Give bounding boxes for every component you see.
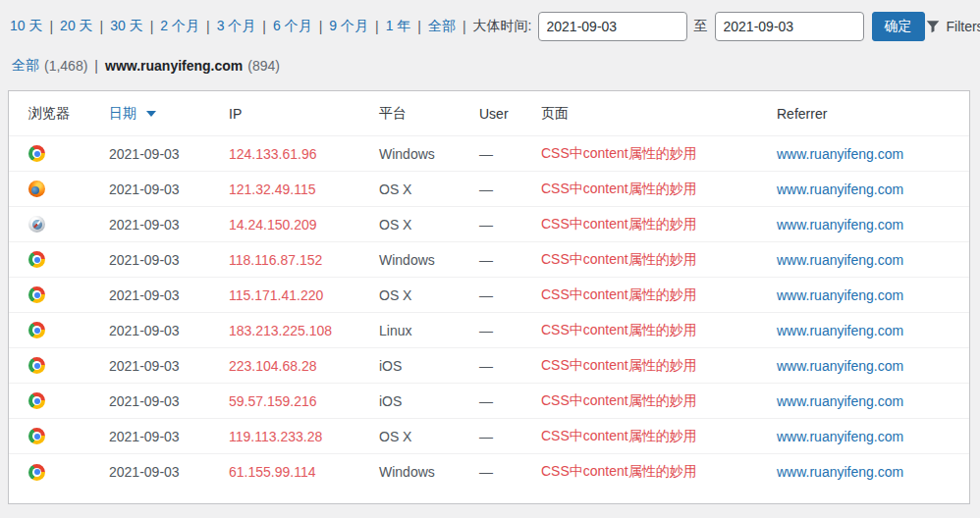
time-range-label: 大体时间: <box>473 18 532 35</box>
page-link[interactable]: CSS中content属性的妙用 <box>541 145 697 161</box>
card-bottom-padding <box>9 490 969 503</box>
ip-link[interactable]: 183.213.225.108 <box>229 323 332 338</box>
user-cell: — <box>479 146 541 162</box>
page-link[interactable]: CSS中content属性的妙用 <box>541 463 697 479</box>
page-link[interactable]: CSS中content属性的妙用 <box>541 251 697 267</box>
ip-link[interactable]: 223.104.68.28 <box>229 358 317 374</box>
referrer-link[interactable]: www.ruanyifeng.com <box>777 358 903 374</box>
user-cell: — <box>479 429 541 444</box>
visit-date: 2021-09-03 <box>109 358 229 374</box>
user-cell: — <box>479 393 541 409</box>
to-label: 至 <box>694 18 708 35</box>
ip-link[interactable]: 121.32.49.115 <box>229 181 316 197</box>
browser-cell <box>28 463 109 481</box>
range-link-3[interactable]: 30 天 <box>110 18 142 35</box>
divider: | <box>100 19 104 34</box>
filter-summary: 全部 (1,468) | www.ruanyifeng.com (894) <box>0 57 980 75</box>
divider: | <box>206 19 210 34</box>
range-link-1[interactable]: 10 天 <box>10 18 42 35</box>
confirm-button[interactable]: 确定 <box>872 12 925 41</box>
platform-cell: OS X <box>379 217 479 233</box>
referrer-link[interactable]: www.ruanyifeng.com <box>777 393 903 409</box>
column-header-user: User <box>479 106 541 122</box>
divider: | <box>319 19 323 34</box>
user-cell: — <box>479 217 541 233</box>
firefox-icon <box>28 181 45 197</box>
ip-link[interactable]: 119.113.233.28 <box>229 429 322 444</box>
filter-all-link[interactable]: 全部 <box>12 57 39 75</box>
platform-cell: OS X <box>379 181 479 197</box>
range-link-7[interactable]: 9 个月 <box>329 18 368 35</box>
platform-cell: Windows <box>379 146 479 162</box>
chrome-icon <box>28 357 45 374</box>
referrer-link[interactable]: www.ruanyifeng.com <box>777 146 903 162</box>
ip-link[interactable]: 118.116.87.152 <box>229 252 322 268</box>
visit-date: 2021-09-03 <box>109 393 229 409</box>
current-site-count: (894) <box>247 58 280 74</box>
table-row: 2021-09-03 121.32.49.115 OS X — CSS中cont… <box>9 172 969 207</box>
browser-cell <box>28 216 109 233</box>
current-site-filter: www.ruanyifeng.com <box>105 58 243 74</box>
visitors-table: 浏览器 日期 IP 平台 User 页面 Referrer 2021-09-03… <box>9 91 969 490</box>
divider: | <box>49 19 53 34</box>
range-link-8[interactable]: 1 年 <box>386 18 411 35</box>
referrer-link[interactable]: www.ruanyifeng.com <box>777 323 903 338</box>
column-header-page: 页面 <box>541 105 777 123</box>
referrer-link[interactable]: www.ruanyifeng.com <box>777 464 903 480</box>
platform-cell: Windows <box>379 464 479 480</box>
browser-cell <box>28 428 109 445</box>
chrome-icon <box>28 428 45 444</box>
funnel-icon <box>925 19 941 34</box>
chrome-icon <box>28 392 45 409</box>
filters-toggle[interactable]: Filters 1 <box>925 17 980 36</box>
browser-cell <box>28 357 109 375</box>
range-link-4[interactable]: 2 个月 <box>160 18 199 35</box>
visit-date: 2021-09-03 <box>109 287 229 303</box>
table-row: 2021-09-03 223.104.68.28 iOS — CSS中conte… <box>9 348 969 384</box>
platform-cell: iOS <box>379 393 479 409</box>
referrer-link[interactable]: www.ruanyifeng.com <box>777 429 903 444</box>
filter-all-count: (1,468) <box>44 58 87 74</box>
range-link-6[interactable]: 6 个月 <box>273 18 312 35</box>
page-link[interactable]: CSS中content属性的妙用 <box>541 428 697 443</box>
visit-date: 2021-09-03 <box>109 217 229 233</box>
ip-link[interactable]: 59.57.159.216 <box>229 393 317 409</box>
visitors-table-card: 浏览器 日期 IP 平台 User 页面 Referrer 2021-09-03… <box>8 90 970 504</box>
ip-link[interactable]: 115.171.41.220 <box>229 287 323 303</box>
user-cell: — <box>479 464 541 480</box>
range-link-5[interactable]: 3 个月 <box>217 18 256 35</box>
column-header-platform: 平台 <box>379 105 479 123</box>
page-link[interactable]: CSS中content属性的妙用 <box>541 286 697 302</box>
page-link[interactable]: CSS中content属性的妙用 <box>541 322 697 337</box>
column-header-date[interactable]: 日期 <box>109 105 229 123</box>
table-row: 2021-09-03 115.171.41.220 OS X — CSS中con… <box>9 278 969 313</box>
chrome-icon <box>28 251 45 268</box>
referrer-link[interactable]: www.ruanyifeng.com <box>777 217 903 233</box>
referrer-link[interactable]: www.ruanyifeng.com <box>777 287 903 303</box>
range-link-2[interactable]: 20 天 <box>60 18 92 35</box>
date-to-input[interactable] <box>715 12 864 41</box>
visit-date: 2021-09-03 <box>109 464 229 480</box>
divider: | <box>262 19 266 34</box>
page-link[interactable]: CSS中content属性的妙用 <box>541 392 697 408</box>
range-link-9[interactable]: 全部 <box>428 18 456 35</box>
page-link[interactable]: CSS中content属性的妙用 <box>541 357 697 373</box>
table-row: 2021-09-03 183.213.225.108 Linux — CSS中c… <box>9 313 969 348</box>
page-link[interactable]: CSS中content属性的妙用 <box>541 181 697 196</box>
chrome-icon <box>28 286 45 303</box>
user-cell: — <box>479 181 541 197</box>
table-row: 2021-09-03 124.133.61.96 Windows — CSS中c… <box>9 136 969 172</box>
column-header-browser: 浏览器 <box>28 105 109 123</box>
browser-cell <box>28 322 109 339</box>
page-link[interactable]: CSS中content属性的妙用 <box>541 216 697 232</box>
sort-desc-icon <box>146 111 156 117</box>
date-from-input[interactable] <box>538 12 687 41</box>
column-header-ip: IP <box>229 106 379 122</box>
ip-link[interactable]: 14.24.150.209 <box>229 217 317 233</box>
referrer-link[interactable]: www.ruanyifeng.com <box>777 252 903 268</box>
ip-link[interactable]: 61.155.99.114 <box>229 464 316 480</box>
referrer-link[interactable]: www.ruanyifeng.com <box>777 181 903 197</box>
browser-cell <box>28 286 109 304</box>
ip-link[interactable]: 124.133.61.96 <box>229 146 317 162</box>
toolbar: 10 天|20 天|30 天|2 个月|3 个月|6 个月|9 个月|1 年|全… <box>0 0 980 41</box>
